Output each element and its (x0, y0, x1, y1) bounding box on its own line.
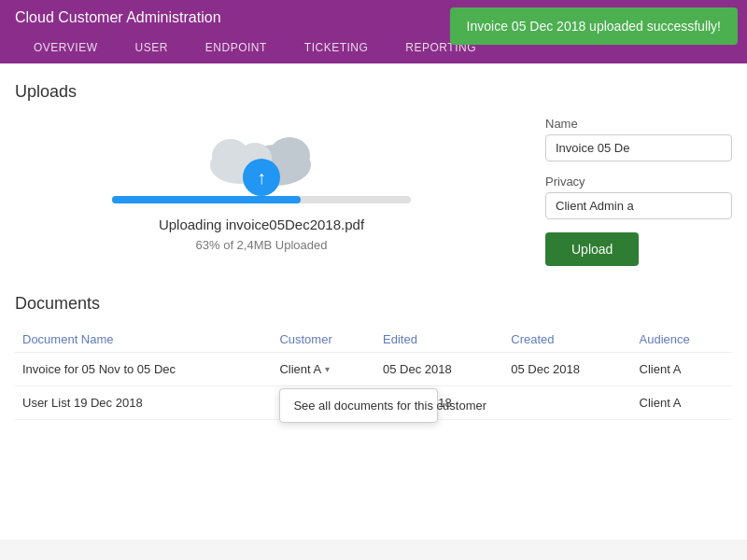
upload-right: Name Privacy Upload (545, 117, 732, 266)
col-doc-name: Document Name (15, 327, 272, 353)
privacy-label: Privacy (545, 175, 732, 189)
customer-cell: Client A ▾ See all documents for this cu… (272, 353, 375, 386)
nav-ticketing[interactable]: TICKETING (286, 32, 388, 63)
documents-title: Documents (15, 294, 732, 314)
progress-bar-container (112, 196, 411, 203)
upload-left: ↑ Uploading invoice05Dec2018.pdf 63% of … (15, 117, 508, 266)
edited-cell: 05 Dec 2018 (375, 353, 503, 386)
nav-endpoint[interactable]: ENDPOINT (187, 32, 286, 63)
upload-progress-text: 63% of 2,4MB Uploaded (196, 238, 328, 252)
col-audience: Audience (632, 327, 732, 353)
privacy-input[interactable] (545, 192, 732, 219)
success-toast: Invoice 05 Dec 2018 uploaded successfull… (450, 7, 738, 45)
table-row: Invoice for 05 Nov to 05 Dec Client A ▾ … (15, 353, 732, 386)
col-created: Created (503, 327, 631, 353)
name-input[interactable] (545, 134, 732, 161)
created-cell (503, 386, 631, 420)
upload-filename: Uploading invoice05Dec2018.pdf (159, 217, 364, 232)
customer-cell-inner: Client A ▾ See all documents for this cu… (279, 362, 368, 376)
main-content: Uploads ↑ Uploading invo (0, 63, 747, 539)
nav-overview[interactable]: OVERVIEW (15, 32, 116, 63)
nav-user[interactable]: USER (116, 32, 186, 63)
uploads-section-title: Uploads (0, 82, 747, 117)
audience-cell: Client A (632, 353, 732, 386)
upload-area: ↑ Uploading invoice05Dec2018.pdf 63% of … (0, 117, 747, 285)
documents-section: Documents Document Name Customer Edited … (0, 285, 747, 420)
upload-button[interactable]: Upload (545, 232, 639, 266)
name-label: Name (545, 117, 732, 131)
audience-cell: Client A (632, 386, 732, 420)
customer-tooltip: See all documents for this customer (279, 388, 438, 423)
name-field-group: Name (545, 117, 732, 161)
documents-table: Document Name Customer Edited Created Au… (15, 327, 732, 420)
privacy-field-group: Privacy (545, 175, 732, 219)
col-customer: Customer (272, 327, 375, 353)
customer-name: Client A (279, 362, 321, 376)
table-header-row: Document Name Customer Edited Created Au… (15, 327, 732, 353)
chevron-down-icon[interactable]: ▾ (325, 364, 330, 374)
doc-name-cell: Invoice for 05 Nov to 05 Dec (15, 353, 272, 386)
col-edited: Edited (375, 327, 503, 353)
progress-bar-fill (112, 196, 301, 203)
upload-arrow-circle: ↑ (243, 159, 280, 196)
doc-name-cell: User List 19 Dec 2018 (15, 386, 272, 420)
created-cell: 05 Dec 2018 (503, 353, 631, 386)
cloud-upload-icon: ↑ (201, 117, 322, 196)
